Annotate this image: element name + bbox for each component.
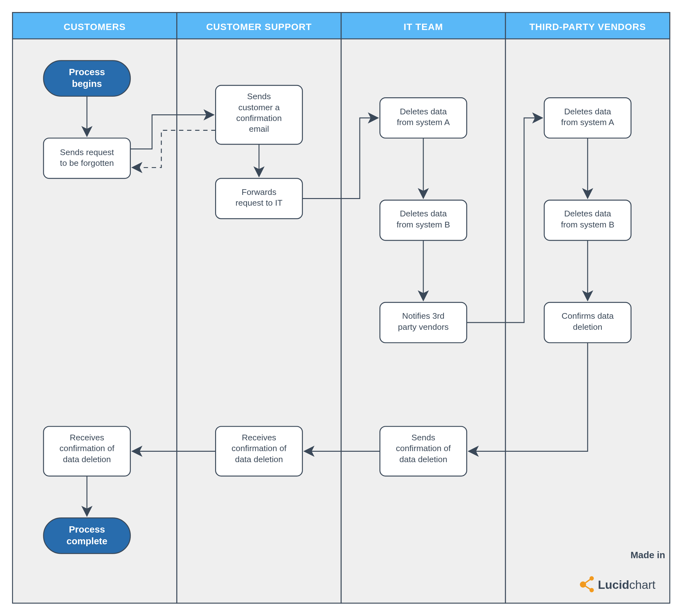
swimlane-diagram: CUSTOMERS CUSTOMER SUPPORT IT TEAM THIRD… (0, 0, 682, 616)
node-sr-l3: data deletion (235, 455, 283, 464)
node-conf-l4: email (249, 124, 269, 134)
node-v-b-l1: Deletes data (564, 209, 611, 218)
lane-title-it: IT TEAM (404, 22, 443, 32)
node-v-a-l1: Deletes data (564, 107, 611, 116)
node-vc-l2: deletion (573, 322, 603, 332)
node-conf-l1: Sends (247, 92, 271, 101)
svg-text:Lucidchart: Lucidchart (598, 578, 656, 591)
node-vc-l1: Confirms data (562, 311, 614, 321)
node-conf-l2: customer a (238, 103, 279, 112)
node-conf-l3: confirmation (236, 113, 282, 123)
lane-title-customers: CUSTOMERS (64, 22, 126, 32)
lane-customers (13, 13, 177, 603)
start-line2: begins (72, 78, 102, 89)
node-itc-l2: confirmation of (396, 443, 451, 453)
node-fwd-l2: request to IT (236, 198, 283, 208)
lane-title-support: CUSTOMER SUPPORT (206, 22, 312, 32)
swimlane-svg: CUSTOMERS CUSTOMER SUPPORT IT TEAM THIRD… (6, 6, 676, 611)
node-send-request-l2: to be forgotten (60, 158, 114, 168)
node-sr-l1: Receives (242, 433, 276, 442)
node-itc-l1: Sends (412, 433, 435, 442)
node-notv-l2: party vendors (398, 322, 449, 332)
node-send-request-l1: Sends request (60, 147, 114, 157)
lane-title-vendors: THIRD-PARTY VENDORS (529, 22, 646, 32)
made-in-text: Made in (631, 550, 665, 560)
node-cr-l1: Receives (70, 433, 104, 442)
node-it-a-l1: Deletes data (400, 107, 447, 116)
logo-bold: Lucid (598, 578, 629, 591)
node-fwd-l1: Forwards (242, 187, 276, 197)
end-l2: complete (67, 536, 107, 546)
node-itc-l3: data deletion (399, 455, 447, 464)
node-v-a-l2: from system A (561, 117, 614, 127)
node-notv-l1: Notifies 3rd (402, 311, 445, 321)
node-sr-l2: confirmation of (231, 443, 287, 453)
node-it-b-l2: from system B (396, 220, 450, 229)
end-l1: Process (69, 524, 105, 534)
start-line1: Process (69, 67, 105, 77)
logo-light: chart (629, 578, 656, 591)
node-it-b-l1: Deletes data (400, 209, 447, 218)
node-it-a-l2: from system A (397, 117, 450, 127)
node-cr-l2: confirmation of (60, 443, 114, 453)
node-cr-l3: data deletion (63, 455, 111, 464)
node-v-b-l2: from system B (561, 220, 614, 229)
